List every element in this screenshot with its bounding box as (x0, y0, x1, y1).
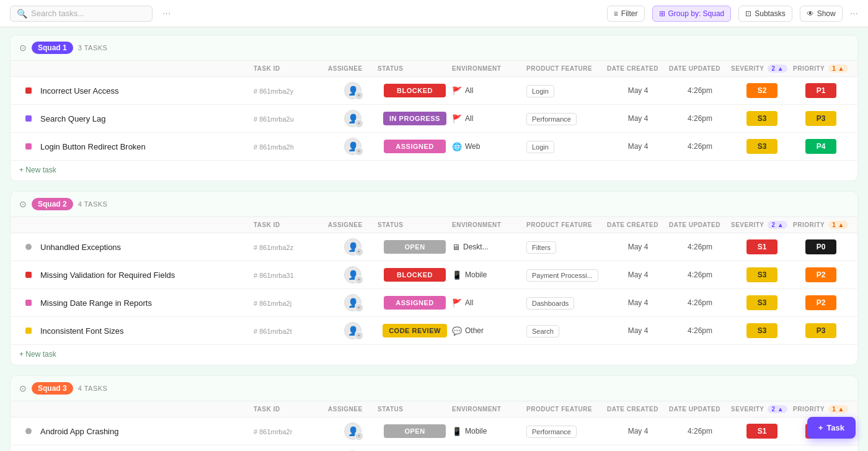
environment-value: 🚩 All (452, 114, 526, 123)
date-updated-cell: 4:26pm (669, 142, 731, 151)
filter-button[interactable]: ≡ Filter (607, 6, 645, 22)
task-dot-cell (19, 328, 38, 334)
avatar-add[interactable]: + (355, 275, 363, 284)
task-id-cell: # 861mrba2h (254, 142, 328, 151)
date-updated: 4:26pm (688, 270, 712, 279)
col-check (19, 221, 38, 229)
feature-cell: Search (526, 326, 607, 336)
col-status: STATUS (378, 221, 452, 229)
table-row[interactable]: Android App Crashing # 861mrba2r 👤 + OPE… (11, 418, 857, 445)
task-name: Login Button Redirect Broken (38, 142, 146, 151)
task-name: Incorrect User Access (38, 86, 118, 96)
task-id: # 861mrba31 (254, 272, 294, 279)
task-id: # 861mrba2h (254, 143, 294, 151)
task-name-cell: Inconsistent Font Sizes (38, 326, 254, 336)
search-box[interactable]: 🔍 Search tasks... (10, 6, 153, 22)
feature-cell: Performance (526, 114, 607, 123)
squad-collapse-squad2[interactable]: ⊙ (19, 199, 27, 209)
col-severity: SEVERITY2 ▲ (731, 221, 793, 229)
status-badge: ASSIGNED (384, 296, 446, 310)
severity-cell: S3 (731, 295, 793, 310)
table-row[interactable]: Search Query Lag # 861mrba2u 👤 + IN PROG… (11, 105, 857, 133)
environment-value: 🖥 Deskt... (452, 243, 526, 252)
severity-badge: S3 (746, 323, 777, 338)
task-dot-cell (19, 244, 38, 250)
col-environment: ENVIRONMENT (452, 65, 526, 73)
env-icon: 🖥 (452, 243, 460, 252)
env-label: All (465, 114, 473, 123)
col-product-feature: PRODUCT FEATURE (526, 65, 607, 73)
severity-badge: S3 (746, 295, 777, 310)
task-name: Inconsistent Font Sizes (38, 326, 123, 336)
col-product-feature: PRODUCT FEATURE (526, 405, 607, 413)
env-icon: 🌐 (452, 142, 462, 151)
table-row[interactable]: Login Button Redirect Broken # 861mrba2h… (11, 133, 857, 161)
env-icon: 🚩 (452, 298, 462, 308)
toolbar-extra-icon[interactable]: ··· (850, 8, 858, 19)
avatar-add[interactable]: + (355, 331, 363, 340)
task-priority-dot (25, 272, 32, 278)
task-name: Missing Validation for Required Fields (38, 270, 175, 280)
avatar-add[interactable]: + (355, 303, 363, 312)
feature-cell: Login (526, 86, 607, 96)
avatar-add[interactable]: + (355, 119, 363, 128)
group-by-icon: ⊞ (659, 9, 665, 18)
assignee-cell: 👤 + (328, 138, 378, 155)
filter-label: Filter (621, 9, 638, 18)
task-id: # 861mrba2r (254, 428, 292, 435)
toolbar-more-icon[interactable]: ··· (162, 8, 170, 19)
severity-cell: S3 (731, 267, 793, 282)
date-updated: 4:26pm (688, 298, 712, 307)
col-task-name (38, 65, 254, 73)
date-updated-cell: 4:26pm (669, 326, 731, 335)
show-button[interactable]: 👁 Show (800, 6, 843, 22)
avatar-add[interactable]: + (355, 432, 363, 440)
avatar: 👤 + (344, 110, 361, 127)
group-by-button[interactable]: ⊞ Group by: Squad (652, 6, 732, 22)
task-id: # 861mrba2u (254, 115, 294, 123)
avatar: 👤 + (344, 294, 361, 311)
col-date-created: DATE CREATED (607, 405, 669, 413)
date-created-cell: May 4 (607, 243, 669, 251)
assignee-cell: 👤 + (328, 82, 378, 99)
new-task-row[interactable]: + New task (11, 161, 857, 181)
task-dot-cell (19, 300, 38, 306)
avatar-add[interactable]: + (355, 91, 363, 100)
col-headers-squad2: TASK ID ASSIGNEE STATUS ENVIRONMENT PROD… (11, 217, 857, 233)
table-row[interactable]: Incorrect User Access # 861mrba2y 👤 + BL… (11, 77, 857, 105)
subtasks-button[interactable]: ⊡ Subtasks (738, 6, 792, 22)
table-row[interactable]: Incorrect Calculation of Totals # 861mrb… (11, 445, 857, 451)
avatar: 👤 + (344, 422, 361, 440)
table-row[interactable]: Unhandled Exceptions # 861mrba2z 👤 + OPE… (11, 233, 857, 261)
env-icon: 📱 (452, 427, 462, 436)
task-dot-cell (19, 143, 38, 150)
group-by-label: Group by: Squad (668, 9, 725, 18)
avatar-add[interactable]: + (355, 147, 363, 156)
priority-cell: P3 (793, 111, 849, 126)
priority-badge: P3 (805, 111, 836, 126)
date-updated-cell: 4:26pm (669, 427, 731, 435)
col-assignee: ASSIGNEE (328, 405, 378, 413)
squad-collapse-squad1[interactable]: ⊙ (19, 43, 27, 53)
avatar-add[interactable]: + (355, 248, 363, 256)
task-name-cell: Login Button Redirect Broken (38, 142, 254, 151)
show-label: Show (817, 9, 836, 18)
task-id: # 861mrba2t (254, 328, 292, 335)
date-created-cell: May 4 (607, 86, 669, 95)
assignee-cell: 👤 + (328, 322, 378, 339)
table-row[interactable]: Missing Validation for Required Fields #… (11, 261, 857, 289)
table-row[interactable]: Inconsistent Font Sizes # 861mrba2t 👤 + … (11, 317, 857, 345)
environment-cell: 📱 Mobile (452, 427, 526, 436)
col-date-updated: DATE UPDATED (669, 221, 731, 229)
date-created-cell: May 4 (607, 427, 669, 435)
date-updated: 4:26pm (688, 142, 712, 151)
table-row[interactable]: Missing Date Range in Reports # 861mrba2… (11, 289, 857, 317)
new-task-row[interactable]: + New task (11, 345, 857, 365)
priority-badge: P3 (805, 323, 836, 338)
environment-value: 💬 Other (452, 326, 526, 336)
environment-cell: 🖥 Deskt... (452, 243, 526, 252)
environment-cell: 💬 Other (452, 326, 526, 336)
task-priority-dot (25, 143, 32, 150)
add-task-button[interactable]: + Task (807, 417, 856, 439)
squad-collapse-squad3[interactable]: ⊙ (19, 383, 27, 393)
